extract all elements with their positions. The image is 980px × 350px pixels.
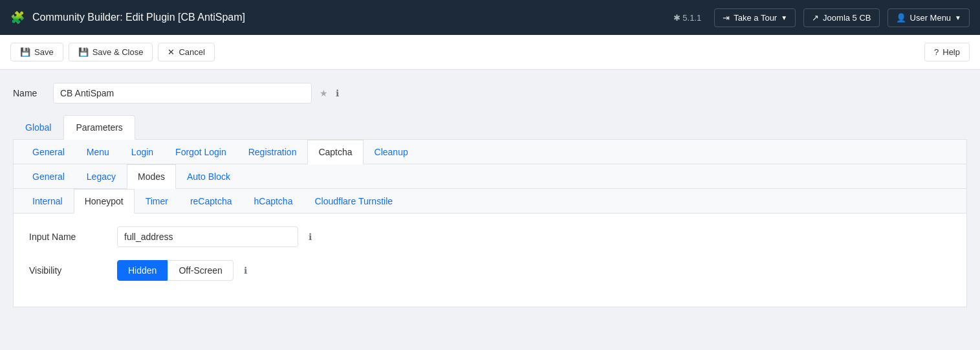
chevron-down-icon-user: ▼: [955, 14, 961, 21]
puzzle-icon: 🧩: [10, 10, 25, 25]
cancel-button[interactable]: ✕ Cancel: [158, 43, 214, 61]
joomla-button[interactable]: ↗ Joomla 5 CB: [803, 8, 879, 27]
topbar: 🧩 Community Builder: Edit Plugin [CB Ant…: [0, 0, 980, 35]
tab-menu[interactable]: Menu: [76, 140, 120, 164]
name-field-row: Name ★ ℹ: [13, 83, 967, 104]
tab-auto-block[interactable]: Auto Block: [176, 164, 241, 188]
tab-modes[interactable]: Modes: [127, 164, 176, 189]
save-close-icon: 💾: [78, 47, 89, 57]
user-menu-button[interactable]: 👤 User Menu ▼: [887, 8, 970, 27]
tabs-level4: Internal Honeypot Timer reCaptcha hCaptc…: [14, 189, 966, 213]
tab-cleanup[interactable]: Cleanup: [364, 140, 419, 164]
take-a-tour-button[interactable]: ⇥ Take a Tour ▼: [714, 8, 796, 27]
save-close-button[interactable]: 💾 Save & Close: [69, 43, 153, 61]
user-menu-label: User Menu: [910, 13, 952, 23]
joomla-label: Joomla 5 CB: [823, 13, 871, 23]
save-label: Save: [34, 47, 54, 57]
visibility-label: Visibility: [29, 265, 107, 276]
save-close-label: Save & Close: [93, 47, 144, 57]
tab-hcaptcha[interactable]: hCaptcha: [243, 189, 304, 213]
tab-registration[interactable]: Registration: [237, 140, 308, 164]
tab-recaptcha[interactable]: reCaptcha: [179, 189, 243, 213]
info-icon: ℹ: [336, 88, 339, 98]
tab-forgot-login[interactable]: Forgot Login: [164, 140, 237, 164]
help-label: Help: [942, 47, 960, 57]
version-label: ✱ 5.1.1: [673, 13, 702, 23]
input-name-row: Input Name ℹ: [29, 226, 951, 247]
tab-general[interactable]: General: [21, 140, 76, 164]
help-button[interactable]: ? Help: [924, 43, 970, 61]
tab-global[interactable]: Global: [13, 115, 63, 139]
tabs-level3: General Legacy Modes Auto Block: [14, 164, 966, 189]
tab-internal[interactable]: Internal: [21, 189, 74, 213]
visibility-row: Visibility Hidden Off-Screen ℹ: [29, 260, 951, 281]
toolbar: 💾 Save 💾 Save & Close ✕ Cancel ? Help: [0, 35, 980, 70]
tab-cloudflare[interactable]: Cloudflare Turnstile: [303, 189, 404, 213]
tour-icon: ⇥: [723, 13, 730, 23]
input-name-label: Input Name: [29, 232, 107, 242]
user-icon: 👤: [896, 13, 906, 23]
help-icon: ?: [934, 47, 939, 57]
tab-general-2[interactable]: General: [21, 164, 76, 188]
save-button[interactable]: 💾 Save: [10, 43, 63, 61]
tour-label: Take a Tour: [734, 13, 777, 23]
tab-timer[interactable]: Timer: [135, 189, 179, 213]
page-title: Community Builder: Edit Plugin [CB AntiS…: [32, 12, 666, 23]
tab-captcha[interactable]: Captcha: [307, 140, 363, 164]
main-content: Name ★ ℹ Global Parameters General Menu …: [0, 70, 980, 320]
visibility-info-icon: ℹ: [244, 265, 247, 276]
name-label: Name: [13, 88, 45, 98]
visibility-offscreen-button[interactable]: Off-Screen: [168, 260, 233, 281]
input-name-field[interactable]: [117, 226, 298, 247]
tab-parameters[interactable]: Parameters: [63, 115, 135, 140]
form-section: Input Name ℹ Visibility Hidden Off-Scree…: [14, 213, 966, 307]
tab-content-parameters: General Menu Login Forgot Login Registra…: [13, 140, 967, 307]
cancel-icon: ✕: [168, 47, 175, 57]
tab-legacy[interactable]: Legacy: [76, 164, 127, 188]
visibility-btn-group: Hidden Off-Screen: [117, 260, 234, 281]
input-name-info-icon: ℹ: [309, 232, 312, 242]
save-icon: 💾: [20, 47, 30, 57]
external-link-icon: ↗: [812, 13, 819, 23]
tab-login[interactable]: Login: [120, 140, 164, 164]
visibility-hidden-button[interactable]: Hidden: [117, 260, 168, 281]
tabs-level1: Global Parameters: [13, 115, 967, 140]
tabs-level2: General Menu Login Forgot Login Registra…: [14, 140, 966, 164]
cancel-label: Cancel: [179, 47, 204, 57]
name-input[interactable]: [53, 83, 312, 104]
tab-honeypot[interactable]: Honeypot: [74, 189, 135, 213]
chevron-down-icon: ▼: [781, 14, 787, 21]
toolbar-left: 💾 Save 💾 Save & Close ✕ Cancel: [10, 43, 215, 61]
star-icon: ★: [320, 88, 328, 98]
